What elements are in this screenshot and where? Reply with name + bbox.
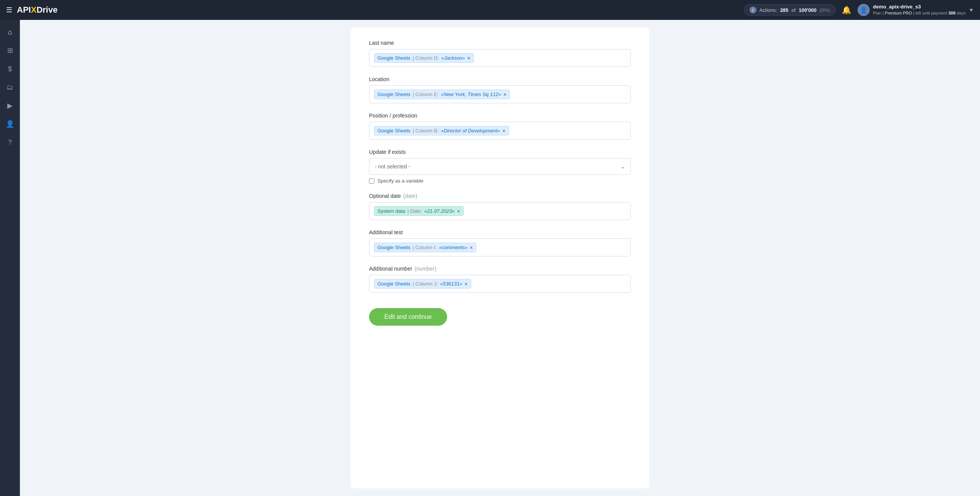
user-avatar: 👤 bbox=[858, 4, 870, 16]
logo: APIXDrive bbox=[17, 5, 57, 15]
tag-last-name: Google Sheets | Column D: «Jackson» × bbox=[374, 53, 474, 63]
logo-x: X bbox=[31, 5, 37, 15]
field-last-name-label: Last name bbox=[369, 40, 631, 46]
field-position: Position / profession Google Sheets | Co… bbox=[369, 113, 631, 140]
plan-text: Plan | bbox=[873, 11, 884, 15]
user-plan: Plan | Premium PRO | left until payment … bbox=[873, 10, 965, 16]
tag-close-icon[interactable]: × bbox=[502, 128, 505, 134]
tag-optional-date: System data | Date: «21.07.2023» × bbox=[374, 206, 464, 216]
field-update-if-exists: Update if exists - not selected - ⌄ Spec… bbox=[369, 149, 631, 184]
tag-close-icon[interactable]: × bbox=[457, 209, 460, 214]
sidebar-item-home[interactable]: ⌂ bbox=[2, 24, 18, 40]
sidebar-item-play[interactable]: ▶ bbox=[2, 98, 18, 113]
tag-source: Google Sheets bbox=[377, 91, 410, 97]
sidebar-item-tools[interactable]: 🗂 bbox=[2, 80, 18, 95]
field-position-label: Position / profession bbox=[369, 113, 631, 119]
tag-position: Google Sheets | Column B: «Director of D… bbox=[374, 126, 509, 135]
actions-pct: (0%) bbox=[820, 7, 830, 13]
field-optional-date: Optional date (date) System data | Date:… bbox=[369, 193, 631, 220]
tag-value: «Director of Development» bbox=[441, 128, 500, 134]
field-location-input[interactable]: Google Sheets | Column E: «New York, Tim… bbox=[369, 85, 631, 103]
sidebar-item-profile[interactable]: 👤 bbox=[2, 116, 18, 132]
specify-as-variable-checkbox[interactable] bbox=[369, 178, 374, 184]
field-additional-number-input[interactable]: Google Sheets | Column J: «536131» × bbox=[369, 275, 631, 293]
plan-days: 308 bbox=[948, 11, 955, 15]
plan-name: Premium PRO bbox=[885, 11, 912, 15]
tag-value: «21.07.2023» bbox=[424, 208, 455, 214]
form-container: Last name Google Sheets | Column D: «Jac… bbox=[351, 28, 649, 488]
field-additional-test-input[interactable]: Google Sheets | Column I: «comments» × bbox=[369, 238, 631, 256]
tag-source: Google Sheets bbox=[377, 245, 410, 250]
tag-separator: | Column D: bbox=[413, 55, 439, 61]
select-chevron-icon: ⌄ bbox=[621, 163, 625, 170]
actions-total: 100'000 bbox=[799, 7, 816, 13]
tag-close-icon[interactable]: × bbox=[503, 92, 506, 97]
user-area[interactable]: 👤 demo_apix-drive_s3 Plan | Premium PRO … bbox=[858, 4, 974, 16]
field-last-name: Last name Google Sheets | Column D: «Jac… bbox=[369, 40, 631, 67]
field-additional-number-label: Additional number (number) bbox=[369, 266, 631, 272]
field-optional-date-input[interactable]: System data | Date: «21.07.2023» × bbox=[369, 202, 631, 220]
hamburger-icon[interactable]: ☰ bbox=[6, 6, 12, 14]
tag-additional-number: Google Sheets | Column J: «536131» × bbox=[374, 279, 471, 289]
navbar-actions: i Actions: 285 of 100'000 (0%) 🔔 👤 demo_… bbox=[744, 4, 974, 16]
tag-source: Google Sheets bbox=[377, 281, 410, 287]
tag-additional-test: Google Sheets | Column I: «comments» × bbox=[374, 243, 476, 252]
field-additional-number: Additional number (number) Google Sheets… bbox=[369, 266, 631, 293]
actions-count: 285 bbox=[780, 7, 789, 13]
field-position-input[interactable]: Google Sheets | Column B: «Director of D… bbox=[369, 122, 631, 140]
sidebar: ⌂ ⊞ $ 🗂 ▶ 👤 ? bbox=[0, 20, 20, 496]
tag-separator: | Column E: bbox=[413, 91, 439, 97]
info-icon: i bbox=[750, 7, 756, 13]
edit-and-continue-button[interactable]: Edit and continue bbox=[369, 308, 447, 326]
chevron-down-icon: ▼ bbox=[969, 7, 974, 13]
actions-label: Actions: bbox=[760, 7, 777, 13]
field-last-name-input[interactable]: Google Sheets | Column D: «Jackson» × bbox=[369, 49, 631, 67]
navbar: ☰ APIXDrive i Actions: 285 of 100'000 (0… bbox=[0, 0, 980, 20]
field-optional-date-label: Optional date (date) bbox=[369, 193, 631, 199]
tag-source: System data bbox=[377, 208, 405, 214]
specify-as-variable-label[interactable]: Specify as a variable bbox=[377, 178, 423, 184]
sidebar-item-help[interactable]: ? bbox=[2, 135, 18, 150]
tag-close-icon[interactable]: × bbox=[470, 245, 473, 250]
specify-as-variable-row: Specify as a variable bbox=[369, 178, 631, 184]
user-info: demo_apix-drive_s3 Plan | Premium PRO | … bbox=[873, 4, 965, 16]
tag-source: Google Sheets bbox=[377, 55, 410, 61]
select-placeholder: - not selected - bbox=[375, 163, 410, 170]
tag-separator: | Column J: bbox=[413, 281, 438, 287]
sidebar-item-billing[interactable]: $ bbox=[2, 61, 18, 77]
logo-api: API bbox=[17, 5, 31, 15]
field-type-hint: (date) bbox=[403, 193, 417, 199]
tag-value: «New York, Times Sq 112» bbox=[441, 91, 501, 97]
field-additional-test-label: Additional test bbox=[369, 229, 631, 235]
field-additional-test: Additional test Google Sheets | Column I… bbox=[369, 229, 631, 256]
tag-source: Google Sheets bbox=[377, 128, 410, 134]
tag-separator: | Column I: bbox=[413, 245, 437, 250]
actions-badge: i Actions: 285 of 100'000 (0%) bbox=[744, 4, 836, 16]
tag-separator: | Date: bbox=[407, 208, 422, 214]
bell-icon[interactable]: 🔔 bbox=[842, 5, 851, 15]
tag-value: «536131» bbox=[440, 281, 462, 287]
actions-of: of bbox=[792, 7, 796, 13]
user-name: demo_apix-drive_s3 bbox=[873, 4, 965, 10]
logo-drive: Drive bbox=[36, 5, 57, 15]
tag-close-icon[interactable]: × bbox=[464, 281, 467, 287]
sidebar-item-dashboard[interactable]: ⊞ bbox=[2, 43, 18, 58]
plan-suffix: | left until payment bbox=[913, 11, 947, 15]
tag-value: «comments» bbox=[439, 245, 467, 250]
field-update-label: Update if exists bbox=[369, 149, 631, 155]
content-area: Last name Google Sheets | Column D: «Jac… bbox=[20, 20, 980, 496]
plan-days-suffix: days bbox=[957, 11, 965, 15]
update-if-exists-select[interactable]: - not selected - ⌄ bbox=[369, 158, 631, 175]
main-layout: ⌂ ⊞ $ 🗂 ▶ 👤 ? Last name Google Sheets | … bbox=[0, 20, 980, 496]
field-type-hint: (number) bbox=[415, 266, 436, 272]
tag-close-icon[interactable]: × bbox=[467, 55, 470, 61]
tag-separator: | Column B: bbox=[413, 128, 439, 134]
tag-value: «Jackson» bbox=[441, 55, 465, 61]
tag-location: Google Sheets | Column E: «New York, Tim… bbox=[374, 90, 510, 99]
field-location: Location Google Sheets | Column E: «New … bbox=[369, 76, 631, 103]
field-location-label: Location bbox=[369, 76, 631, 82]
